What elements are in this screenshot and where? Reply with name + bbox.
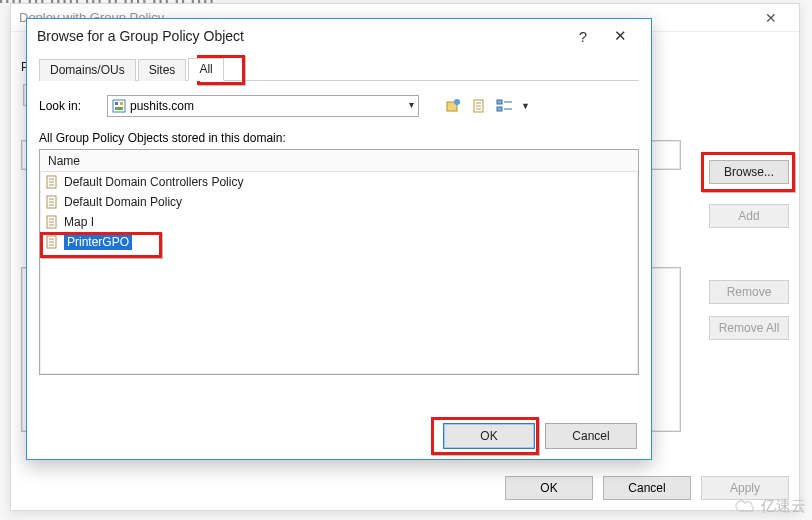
help-button[interactable]: ? — [567, 21, 599, 51]
gpo-list[interactable]: Name Default Domain Controllers Policy D… — [39, 149, 639, 375]
browse-body: Domains/OUs Sites All Look in: pushits.c… — [27, 53, 651, 459]
parent-cancel-button[interactable]: Cancel — [603, 476, 691, 500]
close-icon: ✕ — [614, 27, 627, 45]
svg-rect-1 — [115, 102, 118, 105]
tab-sites[interactable]: Sites — [138, 59, 187, 81]
gpo-icon — [44, 215, 60, 229]
parent-button-bar: OK Cancel Apply — [505, 476, 789, 500]
browse-gpo-dialog: Browse for a Group Policy Object ? ✕ Dom… — [26, 18, 652, 460]
new-gpo-icon[interactable] — [469, 96, 489, 116]
svg-rect-3 — [115, 107, 123, 110]
browse-cancel-button[interactable]: Cancel — [545, 423, 637, 449]
parent-close-button[interactable]: ✕ — [751, 5, 791, 31]
browse-close-button[interactable]: ✕ — [599, 21, 641, 51]
remove-button[interactable]: Remove — [709, 280, 789, 304]
chevron-down-icon: ▾ — [409, 99, 414, 110]
tab-all[interactable]: All — [188, 58, 223, 81]
add-button[interactable]: Add — [709, 204, 789, 228]
svg-rect-7 — [497, 100, 502, 104]
list-item[interactable]: Default Domain Controllers Policy — [40, 172, 638, 192]
look-in-label: Look in: — [39, 99, 99, 113]
browse-button[interactable]: Browse... — [709, 160, 789, 184]
list-label: All Group Policy Objects stored in this … — [39, 131, 639, 145]
svg-rect-8 — [497, 107, 502, 111]
chevron-down-icon: ▼ — [521, 101, 530, 111]
annotation-highlight — [431, 417, 539, 455]
close-icon: ✕ — [765, 10, 777, 26]
view-menu-icon[interactable] — [495, 96, 515, 116]
list-item[interactable]: Default Domain Policy — [40, 192, 638, 212]
remove-all-button[interactable]: Remove All — [709, 316, 789, 340]
tab-domains-ous[interactable]: Domains/OUs — [39, 59, 136, 81]
look-in-combo[interactable]: pushits.com ▾ — [107, 95, 419, 117]
domain-icon — [112, 99, 126, 113]
svg-rect-0 — [113, 100, 125, 112]
browse-title: Browse for a Group Policy Object — [37, 28, 567, 44]
help-icon: ? — [579, 28, 587, 45]
list-item[interactable]: Map I — [40, 212, 638, 232]
browse-titlebar: Browse for a Group Policy Object ? ✕ — [27, 19, 651, 53]
svg-point-5 — [454, 99, 460, 105]
new-container-icon[interactable] — [443, 96, 463, 116]
toolbar-icons: ▼ — [443, 96, 530, 116]
look-in-value: pushits.com — [130, 99, 194, 113]
svg-rect-2 — [120, 102, 123, 105]
annotation-highlight — [40, 232, 162, 258]
gpo-icon — [44, 175, 60, 189]
tab-strip: Domains/OUs Sites All — [39, 57, 639, 81]
look-in-row: Look in: pushits.com ▾ ▼ — [39, 95, 639, 117]
parent-apply-button[interactable]: Apply — [701, 476, 789, 500]
parent-ok-button[interactable]: OK — [505, 476, 593, 500]
gpo-icon — [44, 195, 60, 209]
column-header-name[interactable]: Name — [40, 150, 638, 172]
